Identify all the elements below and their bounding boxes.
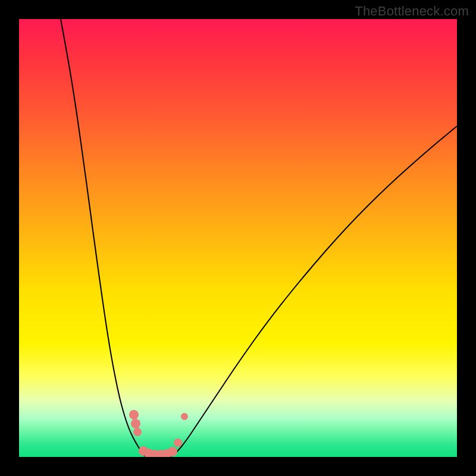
data-marker	[133, 428, 142, 436]
left-curve	[61, 19, 144, 456]
curve-group	[61, 19, 457, 457]
watermark-text: TheBottleneck.com	[355, 4, 469, 19]
data-marker	[129, 410, 139, 419]
data-marker	[174, 439, 182, 447]
chart-plot-area	[19, 19, 457, 457]
data-marker	[168, 447, 177, 456]
right-curve	[173, 126, 457, 456]
chart-svg	[19, 19, 457, 457]
chart-frame: TheBottleneck.com	[0, 0, 476, 476]
data-marker	[131, 419, 140, 428]
data-marker	[181, 413, 188, 420]
